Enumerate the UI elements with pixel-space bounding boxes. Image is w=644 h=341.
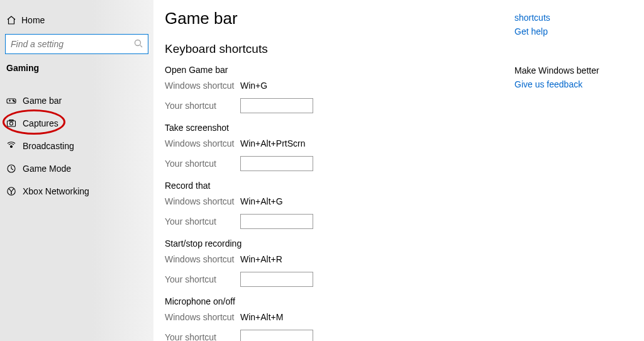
windows-shortcut-label: Windows shortcut	[165, 196, 240, 206]
gamebar-icon	[6, 96, 16, 106]
your-shortcut-label: Your shortcut	[165, 101, 240, 111]
search-box	[5, 34, 148, 54]
your-shortcut-input[interactable]	[240, 98, 313, 113]
sidebar-item-label: Game bar	[23, 96, 62, 106]
your-shortcut-input[interactable]	[240, 330, 313, 341]
windows-shortcut-value: Win+Alt+R	[240, 254, 282, 264]
home-label: Home	[21, 15, 45, 25]
windows-shortcut-value: Win+Alt+M	[240, 312, 283, 322]
svg-point-3	[14, 101, 15, 102]
your-shortcut-input[interactable]	[240, 272, 313, 287]
link-feedback[interactable]: Give us feedback	[514, 79, 640, 89]
your-shortcut-label: Your shortcut	[165, 332, 240, 341]
sidebar-item-label: Broadcasting	[23, 141, 74, 151]
xbox-icon	[6, 186, 16, 196]
sidebar-item-game-bar[interactable]: Game bar	[0, 89, 153, 112]
link-get-help[interactable]: Get help	[514, 26, 640, 36]
svg-point-5	[10, 122, 13, 125]
sidebar-item-label: Game Mode	[23, 164, 71, 174]
right-header: Make Windows better	[514, 65, 640, 75]
group-title: Take screenshot	[165, 123, 514, 133]
home-icon	[6, 15, 16, 25]
sidebar-item-broadcasting[interactable]: Broadcasting	[0, 135, 153, 157]
main: Game bar Keyboard shortcuts Open Game ba…	[153, 0, 644, 341]
search-input[interactable]	[5, 34, 148, 54]
nav: Game bar Captures Broadcasting	[0, 78, 153, 203]
sidebar-item-label: Captures	[23, 118, 58, 128]
broadcasting-icon	[6, 141, 16, 151]
windows-shortcut-value: Win+Alt+PrtScrn	[240, 138, 305, 148]
sidebar-item-label: Xbox Networking	[23, 186, 89, 196]
category-label: Gaming	[0, 63, 153, 78]
shortcut-group: Take screenshotWindows shortcutWin+Alt+P…	[165, 123, 514, 172]
your-shortcut-input[interactable]	[240, 156, 313, 171]
sidebar-item-game-mode[interactable]: Game Mode	[0, 157, 153, 180]
windows-shortcut-value: Win+Alt+G	[240, 196, 283, 206]
gamemode-icon	[6, 164, 16, 174]
windows-shortcut-label: Windows shortcut	[165, 312, 240, 322]
sidebar-item-captures[interactable]: Captures	[0, 112, 153, 135]
content: Game bar Keyboard shortcuts Open Game ba…	[165, 9, 514, 341]
shortcut-group: Record thatWindows shortcutWin+Alt+GYour…	[165, 181, 514, 230]
svg-rect-4	[8, 121, 16, 126]
right-column: shortcuts Get help Make Windows better G…	[514, 9, 640, 341]
home-row[interactable]: Home	[0, 11, 153, 34]
sidebar-item-xbox-networking[interactable]: Xbox Networking	[0, 180, 153, 203]
your-shortcut-label: Your shortcut	[165, 274, 240, 284]
your-shortcut-input[interactable]	[240, 214, 313, 229]
section-title: Keyboard shortcuts	[165, 42, 514, 56]
svg-point-7	[11, 146, 13, 148]
svg-point-0	[135, 40, 141, 46]
page-title: Game bar	[165, 9, 514, 28]
shortcut-group: Open Game barWindows shortcutWin+GYour s…	[165, 65, 514, 114]
captures-icon	[6, 118, 16, 128]
shortcut-group: Microphone on/offWindows shortcutWin+Alt…	[165, 296, 514, 341]
windows-shortcut-label: Windows shortcut	[165, 138, 240, 148]
search-icon	[133, 38, 143, 48]
shortcut-group: Start/stop recordingWindows shortcutWin+…	[165, 238, 514, 288]
group-title: Open Game bar	[165, 65, 514, 75]
group-title: Microphone on/off	[165, 296, 514, 306]
windows-shortcut-value: Win+G	[240, 81, 267, 91]
your-shortcut-label: Your shortcut	[165, 216, 240, 226]
link-shortcuts[interactable]: shortcuts	[514, 13, 640, 23]
windows-shortcut-label: Windows shortcut	[165, 81, 240, 91]
sidebar: Home Gaming Game bar	[0, 0, 153, 341]
windows-shortcut-label: Windows shortcut	[165, 254, 240, 264]
group-title: Start/stop recording	[165, 238, 514, 249]
your-shortcut-label: Your shortcut	[165, 159, 240, 169]
group-title: Record that	[165, 181, 514, 191]
